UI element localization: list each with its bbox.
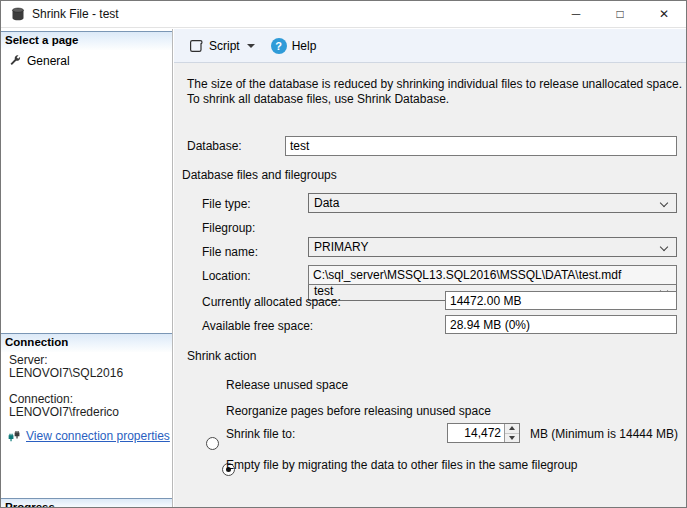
triangle-down-icon xyxy=(509,436,515,440)
connection-label: Connection: xyxy=(9,392,73,406)
radio-release-unused-space-label[interactable]: Release unused space xyxy=(226,378,348,392)
files-section-label: Database files and filegroups xyxy=(182,168,337,182)
shrink-file-to-suffix: MB (Minimum is 14444 MB) xyxy=(530,427,678,441)
file-type-value: Data xyxy=(314,196,339,210)
window-controls: ─ □ ✕ xyxy=(554,1,686,27)
close-button[interactable]: ✕ xyxy=(642,1,686,27)
shrink-file-to-value[interactable]: 14,472 xyxy=(448,424,504,442)
database-field: test xyxy=(285,136,677,156)
filegroup-value: PRIMARY xyxy=(314,240,368,254)
help-button-label: Help xyxy=(292,39,317,53)
progress-header: Progress xyxy=(1,498,173,508)
database-label: Database: xyxy=(187,139,242,153)
toolbar: Script ? Help xyxy=(174,29,687,63)
location-label: Location: xyxy=(202,269,251,283)
connection-value: LENOVOI7\frederico xyxy=(9,405,119,419)
radio-empty-file-label[interactable]: Empty file by migrating the data to othe… xyxy=(226,458,578,472)
database-icon xyxy=(10,6,26,22)
shrink-file-to-spinner[interactable]: 14,472 xyxy=(447,423,520,443)
filegroup-label: Filegroup: xyxy=(202,221,255,235)
filegroup-select[interactable]: PRIMARY xyxy=(308,237,677,257)
script-button-label: Script xyxy=(209,39,240,53)
free-space-field: 28.94 MB (0%) xyxy=(445,315,677,334)
radio-reorganize-pages-label[interactable]: Reorganize pages before releasing unused… xyxy=(226,404,491,418)
sidebar: Select a page General Connection Server:… xyxy=(1,29,173,508)
sidebar-item-general[interactable]: General xyxy=(1,52,173,70)
server-value: LENOVOI7\SQL2016 xyxy=(9,366,123,380)
maximize-button[interactable]: □ xyxy=(598,1,642,27)
radio-release-unused-space[interactable] xyxy=(206,437,219,450)
view-connection-properties[interactable]: View connection properties xyxy=(7,428,170,443)
wrench-icon xyxy=(8,54,22,68)
minimize-button[interactable]: ─ xyxy=(554,1,598,27)
chevron-down-icon xyxy=(660,242,668,250)
view-connection-properties-link[interactable]: View connection properties xyxy=(26,429,170,443)
file-type-select[interactable]: Data xyxy=(308,193,677,213)
connection-header: Connection xyxy=(1,333,173,352)
sidebar-item-label: General xyxy=(27,54,70,68)
connection-plug-icon xyxy=(7,428,22,443)
allocated-space-label: Currently allocated space: xyxy=(202,295,341,309)
file-name-label: File name: xyxy=(202,245,258,259)
location-field: C:\sql_server\MSSQL13.SQL2016\MSSQL\DATA… xyxy=(308,265,677,285)
free-space-label: Available free space: xyxy=(202,319,313,333)
chevron-down-icon[interactable] xyxy=(247,44,255,48)
triangle-up-icon xyxy=(509,426,515,430)
help-button[interactable]: ? Help xyxy=(265,35,323,57)
help-icon: ? xyxy=(271,38,287,54)
titlebar: Shrink File - test ─ □ ✕ xyxy=(1,1,686,28)
select-a-page-header: Select a page xyxy=(1,31,173,50)
shrink-action-label: Shrink action xyxy=(187,349,256,363)
server-label: Server: xyxy=(9,353,48,367)
file-type-label: File type: xyxy=(202,197,251,211)
window-title: Shrink File - test xyxy=(32,7,119,21)
shrink-file-dialog: Shrink File - test ─ □ ✕ Select a page G… xyxy=(0,0,687,508)
script-icon xyxy=(188,38,204,54)
shrink-file-form: The size of the database is reduced by s… xyxy=(174,63,687,508)
description-text: The size of the database is reduced by s… xyxy=(187,77,684,107)
spinner-down-button[interactable] xyxy=(505,433,519,443)
shrink-file-to-label: Shrink file to: xyxy=(226,427,295,441)
spinner-up-button[interactable] xyxy=(505,424,519,433)
script-button[interactable]: Script xyxy=(182,35,265,57)
spinner-buttons xyxy=(504,424,519,442)
chevron-down-icon xyxy=(660,198,668,206)
allocated-space-field: 14472.00 MB xyxy=(445,291,677,310)
